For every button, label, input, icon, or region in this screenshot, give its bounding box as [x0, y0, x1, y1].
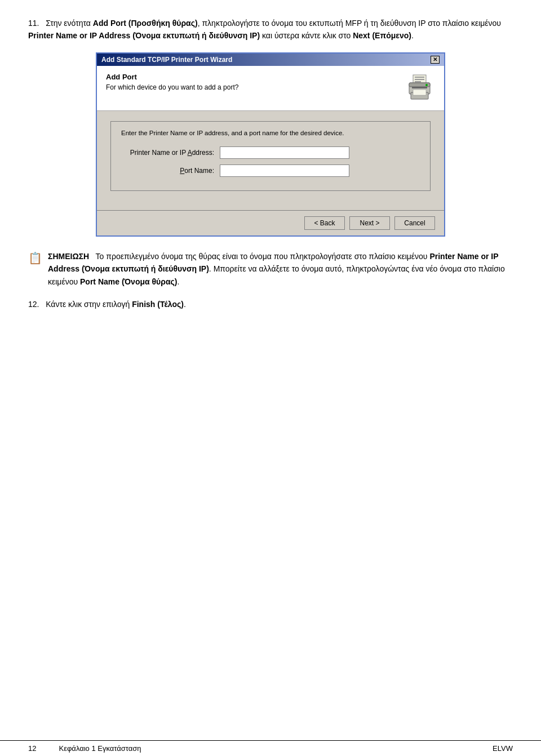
svg-rect-8: [413, 90, 426, 95]
dialog-title: Add Standard TCP/IP Printer Port Wizard: [101, 56, 232, 64]
step-12-number: 12.: [28, 300, 39, 309]
printer-name-input[interactable]: [220, 146, 349, 159]
dialog-header-text: Add Port For which device do you want to…: [106, 73, 398, 91]
printer-icon: [404, 73, 435, 104]
dialog-header-subtitle: For which device do you want to add a po…: [106, 83, 398, 91]
step-12-text: 12. Κάντε κλικ στην επιλογή Finish (Τέλο…: [28, 298, 513, 310]
step-11-intro: Στην ενότητα: [46, 19, 93, 28]
add-port-dialog: Add Standard TCP/IP Printer Port Wizard …: [96, 52, 445, 237]
dialog-footer: < Back Next > Cancel: [97, 210, 444, 235]
step-12-text1: Κάντε κλικ στην επιλογή: [46, 300, 132, 309]
step-12-text2: .: [184, 300, 186, 309]
dialog-info-text: Enter the Printer Name or IP address, an…: [121, 130, 420, 136]
svg-rect-6: [412, 87, 427, 88]
page-footer: 12 Κεφάλαιο 1 Εγκατάσταση ELVW: [0, 740, 541, 756]
step-11-intro4: .: [411, 31, 414, 40]
step-12-bold1: Finish (Τέλος): [132, 300, 184, 309]
note-text1: Το προεπιλεγμένο όνομα της θύρας είναι τ…: [96, 252, 430, 261]
svg-rect-3: [415, 81, 421, 82]
dialog-header-title: Add Port: [106, 73, 398, 81]
back-button[interactable]: < Back: [304, 216, 345, 230]
footer-page-number: 12: [28, 744, 36, 753]
svg-rect-2: [415, 79, 424, 80]
note-bold2: Port Name (Όνομα θύρας): [80, 277, 177, 286]
port-name-label-text: Port Name:: [180, 167, 214, 175]
dialog-inner-box: Enter the Printer Name or IP address, an…: [110, 121, 431, 191]
step-11-bold2: Printer Name or IP Address (Όνομα εκτυπω…: [28, 31, 260, 40]
dialog-content: Enter the Printer Name or IP address, an…: [97, 111, 444, 210]
port-name-label: Port Name:: [121, 167, 220, 175]
step-11-text: 11. Στην ενότητα Add Port (Προσθήκη θύρα…: [28, 17, 513, 42]
step-11-number: 11.: [28, 19, 39, 28]
step-11-intro3: και ύστερα κάντε κλικ στο: [260, 31, 353, 40]
dialog-header-area: Add Port For which device do you want to…: [97, 66, 444, 111]
step-11-bold1: Add Port (Προσθήκη θύρας): [93, 19, 198, 28]
printer-name-row: Printer Name or IP Address:: [121, 146, 420, 159]
dialog-close-button[interactable]: ✕: [431, 56, 440, 64]
cancel-button[interactable]: Cancel: [394, 216, 435, 230]
note-text: ΣΗΜΕΙΩΣΗ Το προεπιλεγμένο όνομα της θύρα…: [48, 250, 513, 288]
printer-name-label-text: Printer Name or IP Address:: [130, 149, 214, 157]
port-name-input[interactable]: [220, 164, 349, 177]
port-name-row: Port Name:: [121, 164, 420, 177]
dialog-titlebar: Add Standard TCP/IP Printer Port Wizard …: [97, 54, 444, 66]
note-section: 📋 ΣΗΜΕΙΩΣΗ Το προεπιλεγμένο όνομα της θύ…: [28, 250, 513, 288]
dialog-body: Add Port For which device do you want to…: [97, 66, 444, 235]
dialog-wrapper: Add Standard TCP/IP Printer Port Wizard …: [28, 52, 513, 237]
step-11-intro2: , πληκτρολογήστε το όνομα του εκτυπωτή M…: [198, 19, 501, 28]
footer-left: 12 Κεφάλαιο 1 Εγκατάσταση: [28, 744, 141, 753]
printer-name-label: Printer Name or IP Address:: [121, 149, 220, 157]
svg-rect-1: [415, 77, 424, 78]
step-11-bold3: Next (Επόμενο): [353, 31, 411, 40]
next-button[interactable]: Next >: [349, 216, 390, 230]
footer-right: ELVW: [493, 744, 513, 753]
note-icon: 📋: [28, 251, 42, 265]
note-label: ΣΗΜΕΙΩΣΗ: [48, 252, 89, 261]
footer-chapter: Κεφάλαιο 1 Εγκατάσταση: [59, 744, 141, 753]
note-text3: .: [177, 277, 179, 286]
svg-point-9: [425, 84, 428, 86]
